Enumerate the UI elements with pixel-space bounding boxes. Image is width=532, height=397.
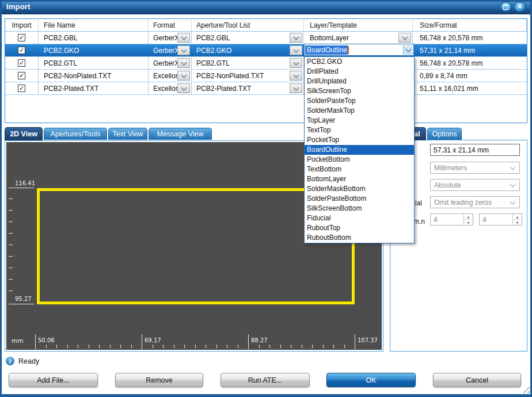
x-minor-tick <box>67 345 68 348</box>
x-minor-tick <box>89 345 89 348</box>
layer-option[interactable]: BottomLayer <box>305 174 414 184</box>
layer-option[interactable]: SolderPasteBottom <box>305 194 414 204</box>
aperture-dropdown-button[interactable] <box>290 33 302 43</box>
format-dropdown-button[interactable] <box>177 83 190 93</box>
column-header-format[interactable]: Format <box>149 19 192 31</box>
ok-button[interactable]: OK <box>326 373 416 387</box>
column-header-file-name[interactable]: File Name <box>39 19 149 31</box>
titlebar[interactable]: Import <box>0 0 532 14</box>
size-format-input[interactable]: 57,31 x 21,14 mm <box>430 144 520 156</box>
y-minor-tick <box>9 245 13 245</box>
combobox-open-button[interactable] <box>403 45 413 55</box>
layer-option[interactable]: SolderMaskBottom <box>305 184 414 194</box>
file-name-cell: PCB2.GTL <box>39 57 149 69</box>
x-minor-tick <box>302 345 302 348</box>
tab-message-view[interactable]: Message View <box>149 128 212 140</box>
check-icon: ✓ <box>19 35 24 41</box>
layer-option[interactable]: DrillPlated <box>305 67 414 77</box>
table-row-selected[interactable]: ✓ PCB2.GKO GerberX PCB2.GKO 57,31 x 21,1… <box>5 44 527 57</box>
layer-option-selected[interactable]: BoardOutline <box>305 145 414 155</box>
aperture-dropdown-button[interactable] <box>290 58 302 68</box>
import-checkbox[interactable]: ✓ <box>18 59 25 67</box>
x-minor-tick <box>163 345 164 348</box>
import-checkbox[interactable]: ✓ <box>18 72 25 79</box>
digits-m-spinner: 4 ▲▼ <box>430 213 473 226</box>
maximize-button[interactable] <box>500 2 512 12</box>
chevron-down-icon <box>402 34 408 40</box>
chevron-down-icon <box>293 34 299 40</box>
size-cell: 56,748 x 20,578 mm <box>413 32 527 44</box>
resize-grip[interactable] <box>522 385 530 393</box>
layer-option[interactable]: SolderPasteTop <box>305 96 414 106</box>
import-checkbox[interactable]: ✓ <box>18 34 25 41</box>
format-dropdown-button[interactable] <box>177 33 190 43</box>
format-value: Excellon <box>153 85 179 93</box>
import-checkbox[interactable]: ✓ <box>18 85 25 92</box>
layer-dropdown-button[interactable] <box>398 33 411 43</box>
layer-option[interactable]: PCB2.GKO <box>305 57 414 67</box>
layer-option[interactable]: SolderMaskTop <box>305 106 414 116</box>
layer-option[interactable]: TextBottom <box>305 165 414 174</box>
layer-option[interactable]: RuboutTop <box>305 223 414 233</box>
layer-option[interactable]: PocketTop <box>305 135 414 145</box>
layer-value: BottomLayer <box>310 34 349 42</box>
run-ate-button[interactable]: Run ATE... <box>221 373 310 387</box>
y-minor-tick <box>9 233 13 234</box>
format-dropdown-button[interactable] <box>177 45 190 55</box>
close-button[interactable]: ✕ <box>514 2 526 12</box>
x-minor-tick <box>174 345 174 348</box>
layer-option[interactable]: PocketBottom <box>305 155 414 165</box>
y-minor-tick <box>9 222 13 222</box>
x-minor-tick <box>46 345 47 348</box>
add-file-button[interactable]: Add File... <box>9 373 98 387</box>
import-checkbox[interactable]: ✓ <box>18 47 25 54</box>
x-major-tick <box>142 334 142 349</box>
column-header-size[interactable]: Size/Format <box>413 19 527 31</box>
table-row[interactable]: ✓ PCB2.GBL GerberX PCB2.GBL BottomLayer … <box>5 32 527 44</box>
tab-2d-view[interactable]: 2D View <box>5 127 43 140</box>
table-row[interactable]: ✓ PCB2.GTL GerberX PCB2.GTL 56,748 x 20,… <box>5 57 527 70</box>
chevron-down-icon <box>181 72 187 78</box>
y-minor-tick <box>9 210 13 211</box>
chevron-down-icon <box>293 72 299 78</box>
layer-option[interactable]: SilkScreenBottom <box>305 204 414 213</box>
tab-options[interactable]: Options <box>427 128 462 140</box>
x-minor-tick <box>291 345 291 348</box>
remove-button[interactable]: Remove <box>115 373 203 387</box>
layer-option[interactable]: SilkScreenTop <box>305 86 414 96</box>
x-minor-tick <box>195 345 196 348</box>
layer-option[interactable]: Fiducial <box>305 213 414 223</box>
aperture-dropdown-button[interactable] <box>290 83 302 93</box>
chevron-down-icon <box>293 59 299 65</box>
table-row[interactable]: ✓ PCB2-Plated.TXT Excellon PCB2-Plated.T… <box>5 82 527 95</box>
cancel-button[interactable]: Cancel <box>433 373 521 387</box>
text-cursor <box>348 46 349 54</box>
file-name-cell: PCB2-Plated.TXT <box>39 82 149 94</box>
column-header-aperture[interactable]: Aperture/Tool List <box>192 19 304 31</box>
units-dropdown: Millimeters <box>430 162 520 174</box>
format-dropdown-button[interactable] <box>177 58 190 68</box>
aperture-dropdown-button[interactable] <box>290 71 302 81</box>
check-icon: ✓ <box>19 60 24 66</box>
tab-apertures-tools[interactable]: Apertures/Tools <box>44 128 107 140</box>
tab-text-view[interactable]: Text View <box>108 128 147 140</box>
layer-option[interactable]: DrillUnplated <box>305 77 414 86</box>
aperture-dropdown-button[interactable] <box>290 45 302 55</box>
layer-option[interactable]: RuboutBottom <box>305 233 414 243</box>
column-header-layer[interactable]: Layer/Template <box>304 19 413 31</box>
table-row[interactable]: ✓ PCB2-NonPlated.TXT Excellon PCB2-NonPl… <box>5 70 527 82</box>
format-dropdown-button[interactable] <box>177 71 190 81</box>
digits-n-spinner: 4 ▲▼ <box>479 213 522 226</box>
x-minor-tick <box>206 345 206 348</box>
x-minor-tick <box>259 345 260 348</box>
decimal-label-fragment: ial <box>415 199 422 207</box>
layer-option[interactable]: TextTop <box>305 125 414 135</box>
chevron-down-icon <box>510 199 516 205</box>
x-minor-tick <box>110 345 111 348</box>
layer-option[interactable]: TopLayer <box>305 116 414 125</box>
x-minor-tick <box>99 345 100 348</box>
aperture-value: PCB2.GKO <box>196 47 231 55</box>
column-header-import[interactable]: Import <box>5 19 39 31</box>
layer-template-combobox[interactable]: BoardOutline <box>304 44 414 56</box>
x-minor-tick <box>280 345 281 348</box>
